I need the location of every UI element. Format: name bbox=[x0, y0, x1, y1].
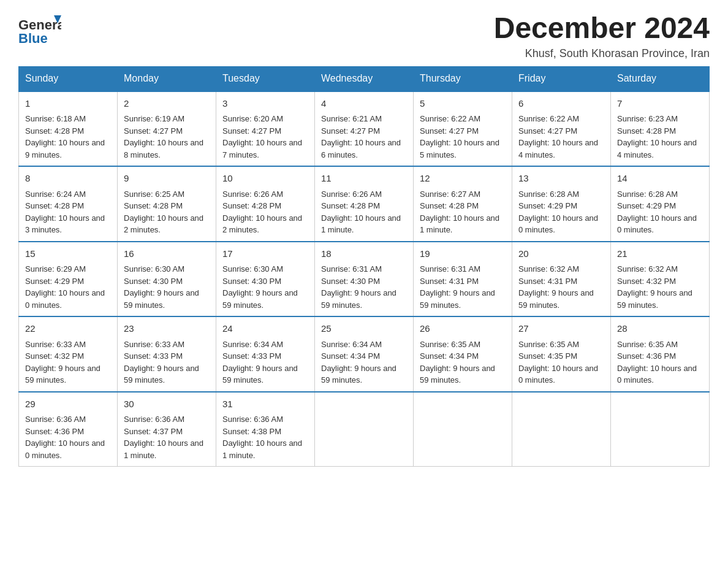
day-info: Sunrise: 6:34 AMSunset: 4:34 PMDaylight:… bbox=[321, 340, 396, 385]
calendar-day: 13Sunrise: 6:28 AMSunset: 4:29 PMDayligh… bbox=[512, 166, 611, 242]
calendar-week-2: 8Sunrise: 6:24 AMSunset: 4:28 PMDaylight… bbox=[19, 166, 710, 242]
calendar-day: 3Sunrise: 6:20 AMSunset: 4:27 PMDaylight… bbox=[216, 91, 315, 166]
calendar-day: 28Sunrise: 6:35 AMSunset: 4:36 PMDayligh… bbox=[611, 316, 710, 392]
day-number: 2 bbox=[124, 97, 210, 111]
day-info: Sunrise: 6:34 AMSunset: 4:33 PMDaylight:… bbox=[222, 340, 298, 385]
day-number: 11 bbox=[321, 172, 407, 186]
column-header-thursday: Thursday bbox=[414, 66, 512, 91]
day-number: 8 bbox=[25, 172, 111, 186]
calendar-day: 22Sunrise: 6:33 AMSunset: 4:32 PMDayligh… bbox=[19, 316, 118, 392]
day-info: Sunrise: 6:35 AMSunset: 4:34 PMDaylight:… bbox=[420, 340, 495, 385]
calendar-table: SundayMondayTuesdayWednesdayThursdayFrid… bbox=[18, 66, 710, 467]
calendar-day bbox=[315, 392, 414, 467]
day-number: 21 bbox=[617, 247, 703, 261]
day-info: Sunrise: 6:22 AMSunset: 4:27 PMDaylight:… bbox=[518, 114, 598, 159]
calendar-day: 9Sunrise: 6:25 AMSunset: 4:28 PMDaylight… bbox=[118, 166, 216, 242]
day-number: 18 bbox=[321, 247, 407, 261]
day-number: 30 bbox=[124, 397, 210, 412]
day-info: Sunrise: 6:33 AMSunset: 4:33 PMDaylight:… bbox=[124, 340, 199, 385]
day-number: 26 bbox=[420, 322, 506, 336]
day-number: 22 bbox=[25, 322, 111, 336]
day-number: 19 bbox=[420, 247, 506, 261]
day-info: Sunrise: 6:24 AMSunset: 4:28 PMDaylight:… bbox=[25, 190, 105, 235]
day-info: Sunrise: 6:30 AMSunset: 4:30 PMDaylight:… bbox=[222, 264, 298, 310]
day-number: 23 bbox=[124, 322, 210, 336]
day-number: 6 bbox=[518, 97, 604, 111]
day-number: 1 bbox=[25, 97, 111, 111]
calendar-day: 19Sunrise: 6:31 AMSunset: 4:31 PMDayligh… bbox=[414, 242, 512, 317]
month-title: December 2024 bbox=[494, 12, 710, 45]
day-info: Sunrise: 6:22 AMSunset: 4:27 PMDaylight:… bbox=[420, 114, 499, 159]
day-info: Sunrise: 6:32 AMSunset: 4:31 PMDaylight:… bbox=[518, 264, 594, 310]
day-info: Sunrise: 6:26 AMSunset: 4:28 PMDaylight:… bbox=[222, 190, 302, 235]
day-number: 10 bbox=[222, 172, 308, 186]
calendar-day: 27Sunrise: 6:35 AMSunset: 4:35 PMDayligh… bbox=[512, 316, 611, 392]
calendar-day: 23Sunrise: 6:33 AMSunset: 4:33 PMDayligh… bbox=[118, 316, 216, 392]
day-number: 7 bbox=[617, 97, 703, 111]
calendar-week-4: 22Sunrise: 6:33 AMSunset: 4:32 PMDayligh… bbox=[19, 316, 710, 392]
calendar-header-row: SundayMondayTuesdayWednesdayThursdayFrid… bbox=[19, 66, 710, 91]
day-number: 5 bbox=[420, 97, 506, 111]
day-number: 15 bbox=[25, 247, 111, 261]
day-number: 9 bbox=[124, 172, 210, 186]
logo: General Blue bbox=[18, 12, 61, 46]
header-right: December 2024 Khusf, South Khorasan Prov… bbox=[494, 12, 710, 60]
day-info: Sunrise: 6:36 AMSunset: 4:36 PMDaylight:… bbox=[25, 415, 105, 460]
day-info: Sunrise: 6:23 AMSunset: 4:28 PMDaylight:… bbox=[617, 114, 697, 159]
day-info: Sunrise: 6:35 AMSunset: 4:35 PMDaylight:… bbox=[518, 340, 598, 385]
calendar-day: 26Sunrise: 6:35 AMSunset: 4:34 PMDayligh… bbox=[414, 316, 512, 392]
calendar-day: 17Sunrise: 6:30 AMSunset: 4:30 PMDayligh… bbox=[216, 242, 315, 317]
calendar-day: 4Sunrise: 6:21 AMSunset: 4:27 PMDaylight… bbox=[315, 91, 414, 166]
column-header-monday: Monday bbox=[118, 66, 216, 91]
day-info: Sunrise: 6:30 AMSunset: 4:30 PMDaylight:… bbox=[124, 264, 199, 310]
column-header-tuesday: Tuesday bbox=[216, 66, 315, 91]
day-number: 13 bbox=[518, 172, 604, 186]
day-number: 29 bbox=[25, 397, 111, 412]
column-header-sunday: Sunday bbox=[19, 66, 118, 91]
column-header-saturday: Saturday bbox=[611, 66, 710, 91]
day-info: Sunrise: 6:28 AMSunset: 4:29 PMDaylight:… bbox=[617, 190, 697, 235]
calendar-day: 1Sunrise: 6:18 AMSunset: 4:28 PMDaylight… bbox=[19, 91, 118, 166]
day-info: Sunrise: 6:31 AMSunset: 4:30 PMDaylight:… bbox=[321, 264, 396, 310]
calendar-day: 31Sunrise: 6:36 AMSunset: 4:38 PMDayligh… bbox=[216, 392, 315, 467]
calendar-day: 21Sunrise: 6:32 AMSunset: 4:32 PMDayligh… bbox=[611, 242, 710, 317]
day-info: Sunrise: 6:27 AMSunset: 4:28 PMDaylight:… bbox=[420, 190, 499, 235]
day-info: Sunrise: 6:32 AMSunset: 4:32 PMDaylight:… bbox=[617, 264, 692, 310]
day-info: Sunrise: 6:29 AMSunset: 4:29 PMDaylight:… bbox=[25, 264, 105, 310]
calendar-day: 8Sunrise: 6:24 AMSunset: 4:28 PMDaylight… bbox=[19, 166, 118, 242]
calendar-day: 10Sunrise: 6:26 AMSunset: 4:28 PMDayligh… bbox=[216, 166, 315, 242]
calendar-week-1: 1Sunrise: 6:18 AMSunset: 4:28 PMDaylight… bbox=[19, 91, 710, 166]
day-info: Sunrise: 6:20 AMSunset: 4:27 PMDaylight:… bbox=[222, 114, 302, 159]
calendar-day: 29Sunrise: 6:36 AMSunset: 4:36 PMDayligh… bbox=[19, 392, 118, 467]
day-number: 12 bbox=[420, 172, 506, 186]
calendar-day bbox=[512, 392, 611, 467]
calendar-day: 20Sunrise: 6:32 AMSunset: 4:31 PMDayligh… bbox=[512, 242, 611, 317]
day-info: Sunrise: 6:33 AMSunset: 4:32 PMDaylight:… bbox=[25, 340, 100, 385]
day-number: 20 bbox=[518, 247, 604, 261]
day-info: Sunrise: 6:19 AMSunset: 4:27 PMDaylight:… bbox=[124, 114, 203, 159]
day-number: 16 bbox=[124, 247, 210, 261]
day-info: Sunrise: 6:36 AMSunset: 4:37 PMDaylight:… bbox=[124, 415, 203, 460]
calendar-day: 6Sunrise: 6:22 AMSunset: 4:27 PMDaylight… bbox=[512, 91, 611, 166]
location: Khusf, South Khorasan Province, Iran bbox=[494, 47, 710, 60]
calendar-day: 25Sunrise: 6:34 AMSunset: 4:34 PMDayligh… bbox=[315, 316, 414, 392]
logo-svg: General Blue bbox=[18, 12, 61, 46]
calendar-day: 15Sunrise: 6:29 AMSunset: 4:29 PMDayligh… bbox=[19, 242, 118, 317]
calendar-day: 16Sunrise: 6:30 AMSunset: 4:30 PMDayligh… bbox=[118, 242, 216, 317]
calendar-day: 14Sunrise: 6:28 AMSunset: 4:29 PMDayligh… bbox=[611, 166, 710, 242]
day-number: 17 bbox=[222, 247, 308, 261]
column-header-wednesday: Wednesday bbox=[315, 66, 414, 91]
calendar-day: 11Sunrise: 6:26 AMSunset: 4:28 PMDayligh… bbox=[315, 166, 414, 242]
day-info: Sunrise: 6:25 AMSunset: 4:28 PMDaylight:… bbox=[124, 190, 203, 235]
page-header: General Blue December 2024 Khusf, South … bbox=[18, 12, 710, 60]
calendar-day bbox=[414, 392, 512, 467]
day-number: 14 bbox=[617, 172, 703, 186]
calendar-week-3: 15Sunrise: 6:29 AMSunset: 4:29 PMDayligh… bbox=[19, 242, 710, 317]
calendar-day: 2Sunrise: 6:19 AMSunset: 4:27 PMDaylight… bbox=[118, 91, 216, 166]
calendar-day: 5Sunrise: 6:22 AMSunset: 4:27 PMDaylight… bbox=[414, 91, 512, 166]
day-number: 25 bbox=[321, 322, 407, 336]
day-number: 27 bbox=[518, 322, 604, 336]
day-info: Sunrise: 6:36 AMSunset: 4:38 PMDaylight:… bbox=[222, 415, 302, 460]
calendar-day: 7Sunrise: 6:23 AMSunset: 4:28 PMDaylight… bbox=[611, 91, 710, 166]
column-header-friday: Friday bbox=[512, 66, 611, 91]
